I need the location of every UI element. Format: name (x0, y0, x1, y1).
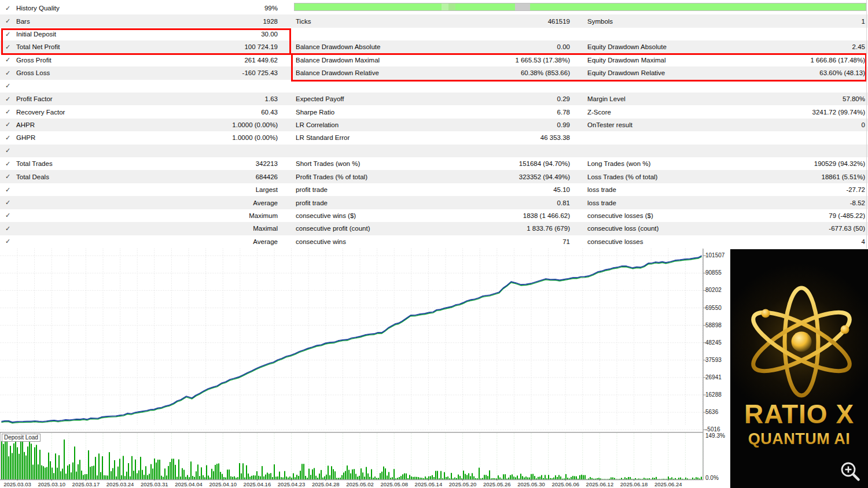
deposit-load-bar (39, 450, 41, 479)
deposit-load-bar (696, 477, 697, 479)
deposit-load-bar (652, 478, 653, 479)
chart-date-label: 2025.04.23 (278, 481, 306, 487)
row-checkbox[interactable]: ✓ (5, 209, 10, 222)
row-checkbox[interactable]: ✓ (5, 80, 10, 93)
deposit-load-bar (22, 441, 23, 479)
stat-value: Largest (256, 183, 278, 196)
atom-nucleus (792, 332, 812, 352)
deposit-load-bar (465, 474, 466, 479)
deposit-load-bar (676, 479, 678, 480)
deposit-load-bar (308, 469, 310, 479)
row-checkbox[interactable]: ✓ (5, 28, 10, 40)
deposit-load-bar (369, 477, 370, 479)
row-checkbox[interactable]: ✓ (5, 54, 10, 66)
deposit-load-bar (439, 478, 440, 479)
deposit-load-bar (53, 473, 54, 479)
deposit-load-bar (371, 469, 372, 480)
deposit-load-bar (281, 477, 282, 479)
deposit-load-bar (171, 459, 172, 479)
deposit-load-bar (255, 475, 256, 479)
stats-row: ✓Total Trades342213Short Trades (won %)1… (0, 157, 868, 170)
stat-label: consecutive losses (587, 235, 643, 248)
deposit-load-bar (364, 476, 365, 479)
row-checkbox[interactable]: ✓ (5, 131, 10, 144)
row-checkbox[interactable]: ✓ (5, 2, 10, 14)
stat-label: profit trade (296, 183, 328, 196)
stat-value: 0.00 (557, 40, 570, 53)
deposit-load-bar (654, 478, 655, 479)
deposit-load-bar (548, 475, 549, 479)
deposit-load-bar (475, 478, 476, 479)
deposit-load-bar (522, 476, 523, 479)
row-checkbox[interactable]: ✓ (5, 40, 10, 53)
deposit-load-bar (584, 475, 586, 479)
stat-value: 71 (562, 235, 570, 248)
deposit-load-bar (668, 476, 669, 479)
deposit-load-bar (267, 473, 268, 480)
deposit-load-bar (355, 474, 356, 480)
row-checkbox[interactable]: ✓ (5, 119, 10, 131)
deposit-load-bar (55, 453, 56, 479)
deposit-load-bar (270, 473, 271, 479)
row-checkbox[interactable]: ✓ (5, 183, 10, 196)
deposit-load-bar (373, 478, 374, 479)
deposit-load-bar (479, 468, 480, 479)
deposit-load-bar (413, 477, 414, 479)
deposit-load-bar (666, 479, 667, 479)
deposit-load-bar (534, 476, 535, 479)
deposit-load-bar (381, 472, 382, 479)
stat-value: 46 353.38 (540, 131, 570, 144)
deposit-load-bar (404, 474, 405, 479)
deposit-load-bar (689, 479, 690, 480)
deposit-load-bar (284, 471, 285, 479)
row-checkbox[interactable]: ✓ (5, 170, 10, 183)
deposit-load-bar (91, 466, 93, 479)
deposit-load-bar (310, 475, 311, 479)
stat-label: consecutive profit (count) (296, 222, 370, 235)
deposit-load-bar (331, 466, 332, 479)
deposit-load-bar (336, 478, 337, 480)
deposit-load-bar (400, 476, 402, 479)
deposit-load-bar (539, 476, 540, 479)
deposit-load-bar (541, 475, 542, 479)
deposit-load-bar (350, 474, 351, 479)
chart-date-label: 2025.05.20 (449, 481, 477, 487)
deposit-load-bar (107, 476, 108, 480)
row-checkbox[interactable]: ✓ (5, 196, 10, 209)
deposit-load-bar (437, 471, 438, 479)
deposit-load-bar (322, 478, 323, 479)
deposit-load-bar (114, 460, 115, 479)
deposit-load-bar (640, 479, 641, 479)
stat-label: loss trade (587, 183, 616, 196)
deposit-load-bar (491, 478, 492, 479)
deposit-load-bar (218, 464, 219, 480)
deposit-load-bar (456, 478, 457, 479)
deposit-load-bar (463, 471, 464, 479)
deposit-load-bar (43, 466, 44, 479)
deposit-load-bar (46, 467, 47, 479)
deposit-load-bar (354, 469, 355, 479)
stat-value: 57.80% (843, 93, 865, 105)
stats-row: ✓Initial Deposit30.00 (0, 28, 868, 40)
zoom-in-icon[interactable] (842, 463, 859, 480)
row-checkbox[interactable]: ✓ (5, 66, 10, 79)
row-checkbox[interactable]: ✓ (5, 222, 10, 235)
stat-label: Bars (16, 14, 30, 27)
row-checkbox[interactable]: ✓ (5, 93, 10, 105)
row-checkbox[interactable]: ✓ (5, 235, 10, 248)
row-checkbox[interactable]: ✓ (5, 145, 10, 157)
row-checkbox[interactable]: ✓ (5, 105, 10, 118)
deposit-load-bar (265, 475, 266, 479)
deposit-load-bar (444, 472, 445, 479)
stat-value: -160 725.43 (242, 66, 278, 79)
deposit-load-bar (536, 478, 537, 479)
stat-label: Equity Drawdown Relative (587, 66, 665, 79)
stat-value: 0.99 (557, 119, 570, 131)
deposit-load-bar (506, 479, 507, 479)
stat-label: Equity Drawdown Maximal (587, 54, 666, 66)
chart-date-label: 2025.04.04 (175, 481, 203, 487)
deposit-load-bar (260, 476, 261, 479)
row-checkbox[interactable]: ✓ (5, 14, 10, 27)
row-checkbox[interactable]: ✓ (5, 157, 10, 170)
deposit-load-bar (678, 478, 679, 479)
